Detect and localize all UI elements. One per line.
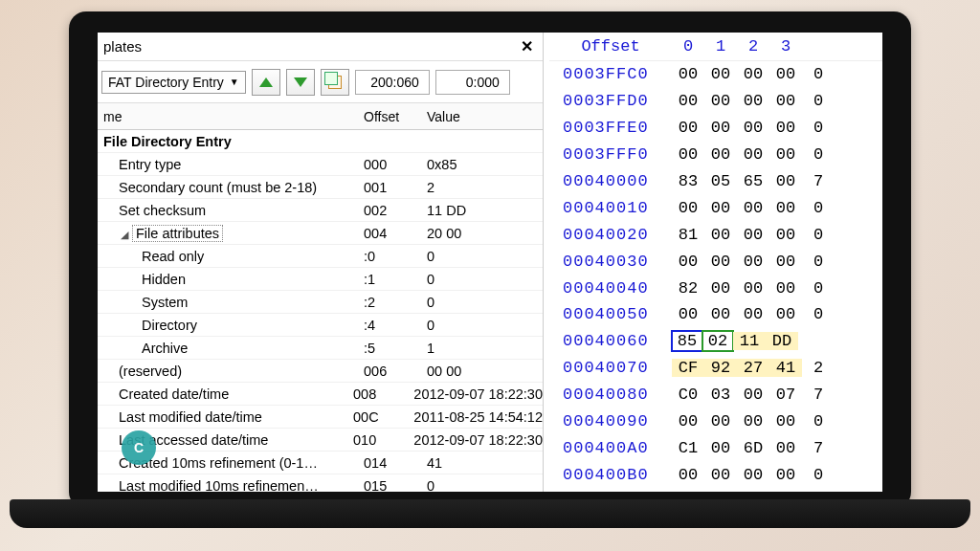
tree-row[interactable]: ◢File attributes00420 00 xyxy=(98,222,543,245)
hex-byte[interactable]: 0 xyxy=(802,199,835,217)
hex-row[interactable]: 00040040820000000 xyxy=(549,275,882,301)
hex-byte[interactable]: 00 xyxy=(737,412,769,430)
hex-byte[interactable]: 0 xyxy=(802,305,835,323)
hex-byte[interactable]: 00 xyxy=(704,439,737,457)
col-value-header[interactable]: Value xyxy=(423,109,543,124)
hex-row[interactable]: 00040090000000000 xyxy=(549,408,882,435)
expander-icon[interactable]: ◢ xyxy=(119,229,130,241)
hex-byte[interactable]: 07 xyxy=(769,386,802,404)
hex-byte[interactable]: 00 xyxy=(672,119,704,137)
hex-byte[interactable]: 11 xyxy=(733,332,766,350)
tree-row[interactable]: File Directory Entry xyxy=(98,130,543,153)
hex-byte[interactable]: 00 xyxy=(737,466,769,484)
hex-byte[interactable]: 00 xyxy=(672,92,704,110)
hex-row[interactable]: 0003FFD0000000000 xyxy=(549,88,882,115)
hex-byte[interactable]: 00 xyxy=(704,305,737,323)
hex-byte[interactable]: 05 xyxy=(704,172,737,190)
hex-byte[interactable]: 00 xyxy=(769,305,802,323)
hex-row[interactable]: 000400C0850246762 xyxy=(549,488,882,492)
hex-byte[interactable]: 00 xyxy=(704,65,737,83)
hex-byte[interactable]: 00 xyxy=(672,145,704,164)
next-button[interactable] xyxy=(286,69,315,96)
hex-byte[interactable]: 00 xyxy=(769,226,802,244)
hex-byte[interactable]: 00 xyxy=(704,145,737,164)
hex-row[interactable]: 00040060850211DD xyxy=(549,328,882,355)
hex-byte[interactable]: 92 xyxy=(704,359,737,377)
hex-byte[interactable]: 0 xyxy=(802,466,835,484)
hex-byte[interactable]: C1 xyxy=(672,439,704,457)
hex-byte[interactable]: 00 xyxy=(704,199,737,217)
hex-byte[interactable]: 81 xyxy=(672,226,704,244)
hex-row[interactable]: 0003FFF0000000000 xyxy=(549,142,882,168)
hex-byte[interactable]: 00 xyxy=(704,253,737,271)
hex-byte[interactable]: 00 xyxy=(737,226,769,244)
hex-byte[interactable]: 00 xyxy=(737,92,769,110)
hex-byte[interactable]: 83 xyxy=(672,172,704,190)
col-name-header[interactable]: me xyxy=(98,109,364,124)
position-field[interactable]: 200:060 xyxy=(355,70,430,95)
tree-row[interactable]: Created 10ms refinement (0-1…01441 xyxy=(98,452,543,474)
hex-byte[interactable]: 03 xyxy=(704,386,737,404)
hex-byte[interactable]: 00 xyxy=(769,253,802,271)
tree-row[interactable]: Entry type0000x85 xyxy=(98,153,543,176)
col-offset-header[interactable]: Offset xyxy=(364,109,423,124)
hex-byte[interactable]: C0 xyxy=(672,386,704,404)
tree-row[interactable]: Last modified 10ms refinemen…0150 xyxy=(98,474,543,492)
hex-byte[interactable]: 6D xyxy=(737,439,769,457)
tree-row[interactable]: Directory:40 xyxy=(98,314,543,337)
hex-byte[interactable]: 2 xyxy=(802,359,835,377)
hex-byte[interactable]: DD xyxy=(766,332,798,350)
hex-byte[interactable]: 85 xyxy=(671,330,703,352)
tree-row[interactable]: Secondary count (must be 2-18)0012 xyxy=(98,176,543,199)
tree-row[interactable]: (reserved)00600 00 xyxy=(98,360,543,383)
hex-byte[interactable]: 00 xyxy=(672,199,704,217)
hex-byte[interactable]: 00 xyxy=(737,65,769,83)
hex-byte[interactable]: 00 xyxy=(704,119,737,137)
time-field[interactable]: 0:000 xyxy=(435,70,510,95)
hex-byte[interactable]: 65 xyxy=(737,172,769,190)
hex-row[interactable]: 00040000830565007 xyxy=(549,168,882,195)
hex-byte[interactable]: 00 xyxy=(769,172,802,190)
hex-row[interactable]: 00040020810000000 xyxy=(549,221,882,248)
hex-byte[interactable]: 00 xyxy=(672,65,704,83)
hex-row[interactable]: 000400B0000000000 xyxy=(549,461,882,488)
hex-byte[interactable]: 0 xyxy=(802,226,835,244)
hex-byte[interactable]: 7 xyxy=(802,172,835,190)
hex-body[interactable]: 0003FFC00000000000003FFD00000000000003FF… xyxy=(549,61,882,492)
hex-byte[interactable]: 00 xyxy=(769,466,802,484)
hex-byte[interactable]: 41 xyxy=(769,359,802,377)
hex-byte[interactable]: 00 xyxy=(704,466,737,484)
template-tree[interactable]: File Directory EntryEntry type0000x85Sec… xyxy=(98,130,543,492)
hex-byte[interactable]: 00 xyxy=(737,386,769,404)
hex-byte[interactable]: 00 xyxy=(737,145,769,164)
hex-byte[interactable]: 00 xyxy=(672,305,704,323)
hex-byte[interactable]: 7 xyxy=(802,386,835,404)
hex-byte[interactable]: 0 xyxy=(802,65,835,83)
hex-byte[interactable]: 82 xyxy=(672,279,704,298)
hex-row[interactable]: 0003FFE0000000000 xyxy=(549,115,882,142)
hex-byte[interactable]: 00 xyxy=(769,199,802,217)
hex-byte[interactable]: 00 xyxy=(704,92,737,110)
hex-byte[interactable]: 0 xyxy=(802,253,835,271)
close-icon[interactable]: ✕ xyxy=(517,37,537,55)
hex-byte[interactable]: 00 xyxy=(737,199,769,217)
tree-row[interactable]: Set checksum00211 DD xyxy=(98,199,543,222)
hex-byte[interactable]: 0 xyxy=(802,412,835,430)
hex-byte[interactable]: 00 xyxy=(737,253,769,271)
hex-row[interactable]: 00040080C00300077 xyxy=(549,382,882,408)
tree-row[interactable]: Hidden:10 xyxy=(98,268,543,291)
hex-row[interactable]: 000400A0C1006D007 xyxy=(549,434,882,461)
hex-byte[interactable]: 00 xyxy=(737,279,769,298)
hex-byte[interactable]: 00 xyxy=(672,466,704,484)
hex-byte[interactable]: 00 xyxy=(704,279,737,298)
tree-row[interactable]: Last modified date/time00C2011-08-25 14:… xyxy=(98,406,543,429)
hex-row[interactable]: 00040030000000000 xyxy=(549,248,882,275)
hex-byte[interactable]: 00 xyxy=(672,253,704,271)
tree-row[interactable]: Last accessed date/time0102012-09-07 18:… xyxy=(98,429,543,452)
hex-byte[interactable]: 0 xyxy=(802,279,835,298)
hex-row[interactable]: 0003FFC0000000000 xyxy=(549,61,882,88)
hex-byte[interactable]: 00 xyxy=(704,226,737,244)
hex-byte[interactable]: 00 xyxy=(769,145,802,164)
tree-row[interactable]: Archive:51 xyxy=(98,337,543,360)
hex-byte[interactable]: 0 xyxy=(802,119,835,137)
